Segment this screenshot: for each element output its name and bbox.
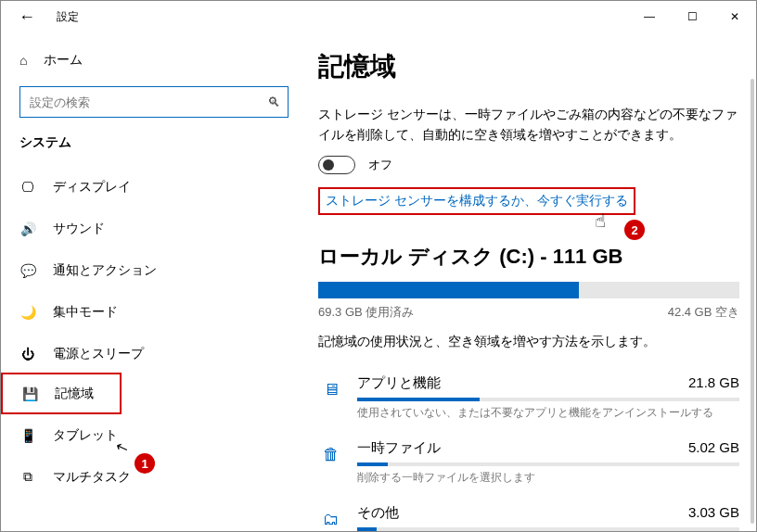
sidebar-item-label: 電源とスリープ	[53, 346, 144, 362]
category-icon: 🗂	[318, 504, 344, 529]
disk-title: ローカル ディスク (C:) - 111 GB	[318, 243, 739, 271]
minimize-button[interactable]: —	[628, 1, 671, 32]
disk-usage-bar	[318, 282, 739, 298]
annotation-marker-2: 2	[624, 220, 645, 240]
sidebar-item-label: サウンド	[53, 221, 105, 237]
category-icon: 🗑	[318, 439, 344, 464]
sidebar-item-focus[interactable]: 🌙 集中モード	[1, 291, 307, 333]
sidebar-item-label: マルチタスク	[53, 469, 131, 486]
configure-storage-sense-link[interactable]: ストレージ センサーを構成するか、今すぐ実行する	[326, 193, 628, 208]
back-button[interactable]: ←	[8, 1, 45, 32]
category-sub: 使用されていない、または不要なアプリと機能をアンインストールする	[357, 405, 739, 421]
multitask-icon: ⧉	[19, 469, 36, 485]
home-icon: ⌂	[19, 53, 27, 68]
power-icon: ⏻	[19, 347, 36, 361]
category-bar	[357, 398, 739, 401]
sidebar-item-tablet[interactable]: 📱 タブレット	[1, 414, 307, 456]
window-title: 設定	[57, 9, 79, 25]
sound-icon: 🔊	[19, 222, 36, 236]
close-button[interactable]: ✕	[713, 1, 756, 32]
toggle-label: オフ	[368, 157, 392, 173]
sidebar-item-display[interactable]: 🖵 ディスプレイ	[1, 166, 307, 208]
display-icon: 🖵	[19, 180, 36, 195]
storage-sense-toggle[interactable]	[318, 156, 355, 174]
sidebar: ⌂ ホーム 🔍︎ システム 🖵 ディスプレイ 🔊 サウンド 💬 通知とアクション…	[1, 32, 307, 531]
category-row[interactable]: 🗑一時ファイル5.02 GB削除する一時ファイルを選択します	[318, 432, 739, 497]
disk-used-fill	[318, 282, 579, 298]
category-name: その他	[357, 504, 399, 522]
category-name: 一時ファイル	[357, 439, 441, 457]
category-icon: 🖥	[318, 374, 344, 399]
category-size: 3.03 GB	[688, 504, 739, 522]
sidebar-item-label: 通知とアクション	[53, 262, 157, 279]
maximize-button[interactable]: ☐	[671, 1, 713, 32]
category-bar	[357, 527, 739, 531]
search-input[interactable]	[30, 95, 260, 109]
storage-sense-desc: ストレージ センサーは、一時ファイルやごみ箱の内容などの不要なファイルを削除して…	[318, 105, 739, 145]
tablet-icon: 📱	[19, 428, 36, 443]
storage-icon: 💾	[21, 386, 38, 401]
sidebar-item-sound[interactable]: 🔊 サウンド	[1, 208, 307, 249]
sidebar-item-notifications[interactable]: 💬 通知とアクション	[1, 249, 307, 291]
sidebar-home[interactable]: ⌂ ホーム	[1, 42, 307, 79]
section-label: システム	[1, 134, 307, 151]
sidebar-item-label: 記憶域	[55, 386, 94, 402]
sidebar-item-label: タブレット	[53, 427, 118, 444]
annotation-box-2: ストレージ センサーを構成するか、今すぐ実行する ☝︎	[318, 187, 635, 215]
focus-icon: 🌙	[19, 305, 36, 320]
home-label: ホーム	[44, 52, 83, 69]
sidebar-item-label: ディスプレイ	[53, 179, 131, 196]
category-row[interactable]: 🖥アプリと機能21.8 GB使用されていない、または不要なアプリと機能をアンイン…	[318, 367, 739, 432]
sidebar-item-label: 集中モード	[53, 304, 118, 321]
page-title: 記憶域	[318, 49, 739, 84]
usage-hint: 記憶域の使用状況と、空き領域を増やす方法を示します。	[318, 334, 739, 350]
category-sub: 削除する一時ファイルを選択します	[357, 470, 739, 486]
scrollbar[interactable]	[751, 79, 754, 524]
hand-cursor-icon: ☝︎	[595, 209, 606, 232]
category-size: 5.02 GB	[688, 439, 739, 457]
search-input-wrap[interactable]: 🔍︎	[19, 86, 289, 118]
search-icon: 🔍︎	[267, 95, 280, 109]
sidebar-item-storage[interactable]: 💾 記憶域	[1, 373, 122, 414]
category-row[interactable]: 🗂その他3.03 GB	[318, 497, 739, 531]
disk-free-text: 42.4 GB 空き	[668, 304, 739, 321]
notifications-icon: 💬	[19, 263, 36, 278]
titlebar: ← 設定 — ☐ ✕	[1, 1, 756, 32]
main-pane: 記憶域 ストレージ センサーは、一時ファイルやごみ箱の内容などの不要なファイルを…	[307, 32, 756, 531]
category-size: 21.8 GB	[688, 374, 739, 392]
sidebar-item-power[interactable]: ⏻ 電源とスリープ	[1, 333, 307, 374]
disk-used-text: 69.3 GB 使用済み	[318, 304, 414, 321]
category-name: アプリと機能	[357, 374, 441, 392]
category-bar	[357, 462, 739, 466]
annotation-marker-1: 1	[135, 453, 155, 474]
